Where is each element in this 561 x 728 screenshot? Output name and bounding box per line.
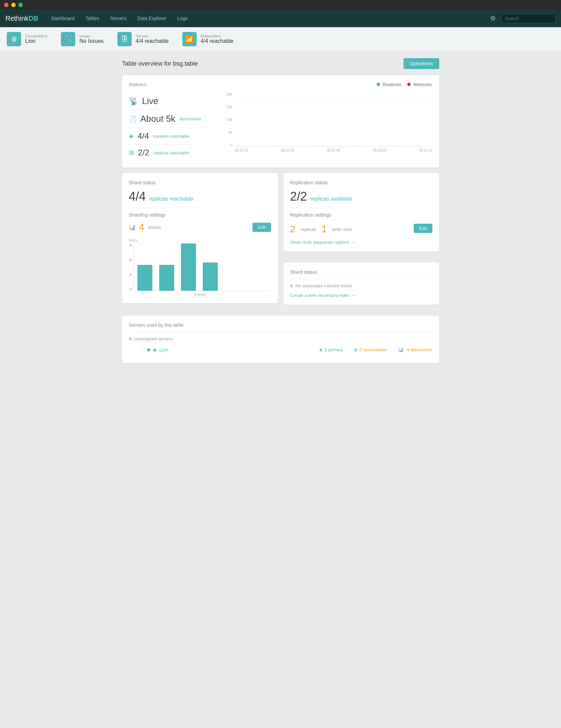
- brand[interactable]: RethinkDB: [5, 15, 38, 22]
- replication-edit-button[interactable]: Edit: [414, 224, 432, 233]
- y-label-10k: 10k: [227, 118, 232, 122]
- close-button[interactable]: [4, 3, 9, 7]
- unassigned-label: Unassigned servers: [129, 336, 432, 341]
- x-label-5: 05:28:15: [419, 149, 432, 152]
- server-primary-stat: ◈ 1 primary: [319, 347, 343, 352]
- bar-chart-container: 4k 3k 2k 1k: [129, 243, 271, 291]
- statistics-card: Statistics Reads/sec Writes/sec 📡 Live: [122, 75, 439, 168]
- server-primary-value: 1 primary: [325, 347, 343, 352]
- replicas-label: replicas: [301, 227, 316, 232]
- replication-count-label: replicas available: [311, 196, 352, 202]
- monitor-icon: 🖥: [7, 32, 21, 46]
- y-label-5k: 5k: [229, 131, 232, 134]
- status-connection-label: Connected to: [25, 34, 47, 38]
- grid-icon: ⊞: [129, 149, 134, 156]
- x-label-4: 05:28:00: [373, 149, 386, 152]
- status-servers: 🗄 Servers 4/4 reachable: [117, 27, 176, 51]
- nav-servers[interactable]: Servers: [105, 14, 131, 23]
- chart-x-axis: 05:27:15 05:27:30 05:27:45 05:28:00 05:2…: [235, 149, 432, 152]
- table-row: └─ ◈ Lion ◈ 1 primary ⊞ 0 secondaries 📊 …: [129, 343, 432, 356]
- secondary-indexes-card: Shard status No secondary indexes found.…: [283, 263, 439, 305]
- status-servers-value: 4/4 reachable: [136, 38, 169, 44]
- write-acks-label: write acks: [332, 227, 352, 232]
- titlebar: [0, 0, 561, 10]
- replication-count-value: 2/2: [290, 189, 307, 204]
- secondaries-grid-icon: ⊞: [354, 347, 358, 352]
- bar-1: [137, 265, 152, 291]
- write-acks-num: 1: [321, 224, 327, 235]
- reads-dot: [377, 83, 380, 86]
- page-header: Table overview for bsg.table Operations: [122, 58, 439, 69]
- server-documents-stat: 📊 -4 documents: [398, 347, 432, 352]
- multi-dc-link[interactable]: Show multi datacenter options →: [290, 240, 355, 245]
- replication-status-count: 2/2 replicas available: [290, 189, 432, 204]
- bar-y-4k: 4k: [129, 243, 133, 247]
- x-label-2: 05:27:30: [281, 149, 294, 152]
- gear-icon[interactable]: ⚙: [490, 15, 496, 22]
- database-icon: 🗄: [117, 32, 132, 46]
- y-label-20k: 20k: [227, 92, 232, 96]
- stats-metrics: 📡 Live 📄 About 5k documents ◈ 4/4 master…: [129, 92, 211, 161]
- nav-dashboard[interactable]: Dashboard: [47, 14, 80, 23]
- shard-count-label: replicas reachable: [149, 196, 194, 202]
- bar-chart: [134, 243, 271, 291]
- status-issues: 🔧 Issues No Issues: [61, 27, 110, 51]
- create-index-link[interactable]: Create a new secondary index →: [290, 293, 356, 298]
- chart-inner: 20k 15k 10k 5k 0: [223, 92, 432, 154]
- bar-2: [159, 265, 174, 291]
- servers-card: Servers used by this table Unassigned se…: [122, 316, 439, 363]
- wifi-icon: 📡: [129, 97, 138, 106]
- indent-marker: └─: [140, 348, 145, 352]
- server-indent: └─ ◈ Lion: [140, 346, 319, 353]
- shards-number: 4: [139, 222, 145, 233]
- sharding-settings-title: Sharding settings: [129, 212, 271, 218]
- chart-icon: 📶: [182, 32, 197, 46]
- maximize-button[interactable]: [18, 3, 23, 7]
- status-servers-label: Servers: [136, 34, 169, 38]
- status-datacenters: 📶 Datacenters 4/4 reachable: [182, 27, 241, 51]
- wrench-icon: 🔧: [61, 32, 75, 46]
- bar-y-3k: 3k: [129, 258, 133, 262]
- status-issues-label: Issues: [79, 34, 103, 38]
- sharding-edit-button[interactable]: Edit: [252, 223, 271, 232]
- y-label-0: 0: [230, 143, 232, 147]
- x-label-1: 05:27:15: [235, 149, 248, 152]
- bar-y-labels: 4k 3k 2k 1k: [129, 243, 134, 291]
- bar-y-2k: 2k: [129, 273, 133, 276]
- no-index-row: No secondary indexes found.: [290, 283, 432, 288]
- metric-docs-count: About 5k: [141, 114, 176, 124]
- metric-masters-label: masters reachable: [153, 134, 189, 139]
- metric-live: 📡 Live: [129, 92, 211, 110]
- legend-reads: Reads/sec: [377, 82, 402, 87]
- status-connection-value: Lion: [25, 38, 47, 44]
- server-stats: ◈ 1 primary ⊞ 0 secondaries 📊 -4 documen…: [319, 347, 432, 352]
- replicas-num: 2: [290, 224, 296, 235]
- nav-logs[interactable]: Logs: [173, 14, 193, 23]
- nav-data-explorer[interactable]: Data Explorer: [133, 14, 171, 23]
- minimize-button[interactable]: [11, 3, 16, 7]
- bar-chart-docs-label: Docs: [129, 238, 271, 242]
- operations-button[interactable]: Operations: [403, 58, 439, 69]
- bar-x-label: Shards: [129, 292, 271, 297]
- no-index-text: No secondary indexes found.: [296, 283, 353, 288]
- status-issues-text: Issues No Issues: [79, 34, 103, 44]
- nav-tables[interactable]: Tables: [81, 14, 104, 23]
- chart-legend: Reads/sec Writes/sec: [377, 82, 432, 87]
- status-datacenters-value: 4/4 reachable: [201, 38, 234, 44]
- right-col: Replication status 2/2 replicas availabl…: [283, 173, 439, 310]
- server-documents-value: -4 documents: [406, 347, 432, 352]
- unassigned-bullet-icon: [129, 338, 132, 340]
- status-issues-value: No Issues: [79, 38, 103, 44]
- multi-dc-link-wrap: Show multi datacenter options →: [290, 239, 432, 245]
- replication-status-title: Replication status: [290, 180, 432, 185]
- bar-y-1k: 1k: [129, 287, 133, 291]
- stats-header: Statistics Reads/sec Writes/sec: [129, 82, 432, 87]
- legend-writes: Writes/sec: [407, 82, 432, 87]
- stats-body: 📡 Live 📄 About 5k documents ◈ 4/4 master…: [129, 92, 432, 161]
- shards-label: shards: [148, 225, 161, 230]
- status-datacenters-text: Datacenters 4/4 reachable: [201, 34, 234, 44]
- search-input[interactable]: [501, 14, 556, 23]
- server-name-link[interactable]: Lion: [160, 347, 168, 353]
- server-bullet-icon: [147, 349, 150, 351]
- layers-icon: ◈: [129, 132, 134, 140]
